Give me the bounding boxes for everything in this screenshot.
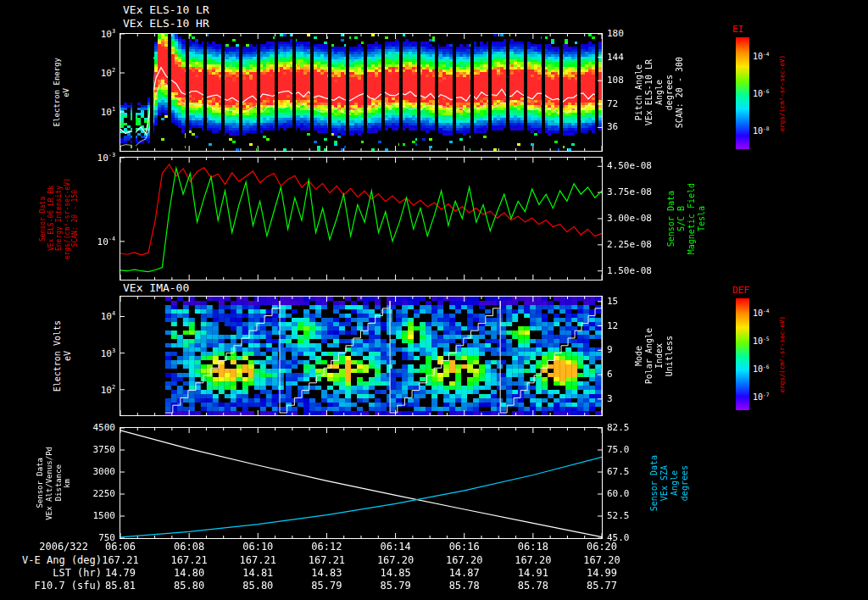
ima-title: VEx IMA-00 (123, 281, 189, 294)
b-right-axis-label: Sensor DataS/C BMagnetic FieldTesla (666, 158, 707, 280)
footer-row-value: 167.20 (435, 554, 494, 566)
axis-label-line: Polar Angle (644, 328, 654, 384)
els-right-tick-label: 72 (607, 98, 618, 109)
els-right-tick-label: 108 (607, 75, 624, 86)
axis-label-line: ergs/(cm²-sr-sec-eV) (64, 178, 72, 259)
axis-label-line: Sensor Data (666, 191, 676, 247)
footer-row-value: 167.21 (159, 554, 219, 566)
colorbar-1-tick-label: 10-6 (753, 364, 770, 375)
axis-label-line: VEx ELS-06 LR Bk (47, 186, 56, 251)
footer-row-value: 167.20 (572, 554, 632, 566)
trajectory-canvas (120, 428, 602, 538)
els-right-axis-label: Pitch AngleVEx ELS-10 LRAngledegreesSCAN… (634, 34, 685, 151)
footer-time-tick: 06:20 (572, 541, 632, 553)
colorbar-0-title: EI (732, 24, 743, 35)
ima-spectrogram-canvas (120, 297, 602, 415)
axis-label-line: Tesla (697, 206, 707, 231)
footer-row-value: 85.79 (366, 580, 426, 592)
colorbar-0-tick-label: 10-4 (753, 51, 770, 62)
ima-right-tick-label: 6 (607, 369, 613, 380)
footer-row-value: 85.80 (159, 580, 219, 592)
colorbar-1-tick-label: 10-4 (753, 308, 770, 319)
b-right-tick-label: 3.75e-08 (607, 186, 652, 197)
traj-right-tick-label: 67.5 (607, 466, 630, 477)
ima-right-axis-label: ModePolar AngleIndexUnitless (634, 297, 675, 415)
footer-row-value: 14.80 (159, 567, 219, 579)
footer-row-value: 14.83 (297, 567, 356, 579)
footer-row-label: LST (hr) (0, 567, 102, 579)
axis-label-line: Sensor Data (649, 455, 659, 511)
axis-label-line: VEx Alt/Venus/Pd (45, 447, 54, 520)
b-left-axis-label: Sensor DataVEx ELS-06 LR BkEnergy Intens… (39, 158, 80, 280)
axis-label-line: VEx ELS-10 LR (644, 59, 654, 125)
axis-label-line: Index (654, 343, 665, 369)
b-right-tick-label: 1.50e-08 (607, 265, 652, 276)
traj-right-tick-label: 82.5 (607, 422, 630, 433)
els-title-line1: VEx ELS-10 LR (123, 3, 209, 16)
axis-label-line: SCAN: 20 - 300 (675, 57, 685, 128)
colorbar-1-title: DEF (732, 285, 749, 296)
axis-label-line: Energy Intensity (55, 186, 64, 251)
axis-label-line: degrees (680, 465, 690, 501)
els-right-tick-label: 180 (607, 28, 624, 39)
els-left-tick-label: 101 (64, 106, 115, 118)
footer-row-value: 167.20 (504, 554, 563, 566)
footer-row-value: 14.99 (572, 567, 632, 579)
colorbar-units-line: ergs/(cm²-sr-sec-eV) (778, 316, 786, 392)
axis-label-line: eV (62, 88, 71, 97)
axis-label-line: Unitless (665, 336, 675, 376)
footer-row-value: 85.79 (297, 580, 356, 592)
ima-right-tick-label: 3 (607, 393, 613, 404)
els-spectrogram-canvas (120, 34, 602, 151)
traj-right-tick-label: 75.0 (607, 444, 630, 455)
b-right-tick-label: 4.50e-08 (607, 160, 652, 171)
axis-label-line: S/C B (676, 206, 687, 231)
axis-label-line: Magnetic Field (687, 183, 697, 254)
traj-right-tick-label: 60.0 (607, 488, 630, 499)
footer-time-tick: 06:18 (504, 541, 563, 553)
axis-label-line: degrees (665, 75, 675, 110)
footer-row-value: 167.21 (228, 554, 287, 566)
els-right-tick-label: 144 (607, 52, 624, 63)
axis-label-line: Sensor Data (36, 458, 45, 508)
axis-label-line: VEx SZA (659, 465, 670, 501)
colorbar-0-units: ergs/(cm²-sr-sec-eV) (778, 37, 786, 149)
footer-row-label: V-E Ang (deg) (0, 554, 102, 566)
app-root: VEx ELS-10 LR VEx ELS-10 HR VEx IMA-00 1… (0, 0, 868, 600)
footer-row-value: 14.79 (91, 567, 150, 579)
b-right-tick-label: 2.25e-08 (607, 239, 652, 250)
footer-time-tick: 06:10 (228, 541, 287, 553)
axis-label-line: Electron Volts (53, 320, 63, 392)
colorbar-1 (736, 298, 749, 410)
axis-label-line: Pitch Angle (634, 64, 644, 120)
els-left-tick-label: 102 (64, 67, 115, 79)
els-left-tick-label: 103 (64, 28, 115, 40)
footer-time-tick: 06:08 (159, 541, 219, 553)
axis-label-line: Angle (670, 470, 680, 496)
footer-row-label: F10.7 (sfu) (0, 580, 102, 592)
footer-row-value: 14.87 (435, 567, 494, 579)
els-right-tick-label: 36 (607, 121, 618, 132)
colorbar-0-tick-label: 10-8 (753, 125, 770, 136)
ima-right-tick-label: 9 (607, 344, 613, 355)
els-title-line2: VEx ELS-10 HR (123, 17, 209, 30)
footer-time-tick: 06:06 (91, 541, 150, 553)
colorbar-units-line: ergs/(cm²-sr-sec-eV) (778, 55, 786, 131)
ima-right-tick-label: 15 (607, 296, 618, 307)
footer-row-value: 14.81 (228, 567, 287, 579)
footer-row-value: 85.81 (91, 580, 150, 592)
footer-row-value: 85.80 (228, 580, 287, 592)
b-right-tick-label: 3.00e-08 (607, 213, 652, 224)
footer-time-tick: 06:14 (366, 541, 426, 553)
traj-right-axis-label: Sensor DataVEx SZAAngledegrees (649, 428, 690, 538)
footer-date-label: 2006/322 (0, 541, 88, 553)
traj-right-tick-label: 52.5 (607, 510, 630, 521)
axis-label-line: SCAN: 20 - 150 (71, 190, 80, 247)
intensity-bfield-canvas (120, 158, 602, 280)
axis-label-line: eV (63, 351, 73, 361)
footer-row-value: 167.21 (91, 554, 150, 566)
footer-time-tick: 06:12 (297, 541, 356, 553)
axis-label-line: Sensor Data (39, 197, 47, 242)
els-left-axis-label: Electron EnergyeV (53, 34, 71, 151)
footer-row-value: 85.77 (572, 580, 632, 592)
